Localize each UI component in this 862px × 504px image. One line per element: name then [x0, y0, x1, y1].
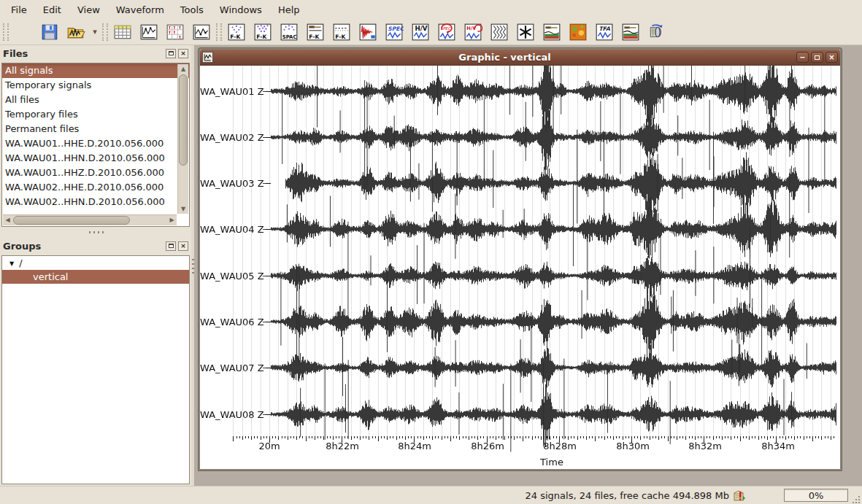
- tfa-button[interactable]: TFA: [593, 21, 615, 43]
- scrollbar-thumb[interactable]: [179, 74, 188, 166]
- groups-close-button[interactable]: ×: [178, 241, 188, 251]
- minimize-button[interactable]: −: [796, 52, 809, 63]
- maximize-button[interactable]: [811, 52, 823, 63]
- svg-text:F-K: F-K: [256, 33, 267, 39]
- files-horizontal-scrollbar[interactable]: ◀ ▶: [3, 214, 177, 225]
- graphic-window-titlebar[interactable]: Graphic - vertical − ×: [200, 50, 840, 66]
- menu-windows[interactable]: Windows: [212, 1, 270, 18]
- spectrogram-map-button[interactable]: [567, 21, 589, 43]
- file-list-item[interactable]: All files: [2, 93, 189, 107]
- menu-help[interactable]: Help: [270, 1, 308, 18]
- file-list-item[interactable]: WA.WAU02..HHE.D.2010.056.000: [2, 180, 189, 195]
- trace-label: WA_WAU02 Z: [200, 131, 271, 144]
- file-list-item[interactable]: Temporary signals: [2, 78, 189, 93]
- open-file-button[interactable]: [12, 21, 34, 43]
- graphic-window-icon: [202, 52, 213, 63]
- graphic-view-button[interactable]: [138, 21, 160, 43]
- scrollbar-thumb[interactable]: [13, 216, 130, 225]
- spac-toolbox-button[interactable]: SPAC: [278, 21, 300, 43]
- files-close-button[interactable]: ×: [178, 49, 188, 58]
- pick-table-button[interactable]: [164, 21, 186, 43]
- signal-processing-button[interactable]: [357, 21, 379, 43]
- menu-view[interactable]: View: [69, 1, 108, 18]
- svg-text:SPEC: SPEC: [388, 25, 404, 31]
- spectrum-rotate-button[interactable]: SPEC: [436, 21, 458, 43]
- signal-table-button[interactable]: [112, 21, 134, 43]
- database-cache-button[interactable]: [646, 21, 668, 43]
- save-button[interactable]: [39, 21, 61, 43]
- waveform-canvas[interactable]: [200, 66, 840, 469]
- fk-toolbox-button[interactable]: F-K: [226, 21, 247, 43]
- progress-value: 0%: [809, 490, 824, 501]
- chevron-down-icon[interactable]: ▾: [89, 21, 101, 43]
- import-signals-button[interactable]: [65, 21, 87, 43]
- profile-button[interactable]: [541, 21, 563, 43]
- fk-linear-passive-button[interactable]: F-K: [331, 21, 353, 43]
- axis-tick-label: 8h28m: [536, 441, 583, 451]
- group-item-vertical[interactable]: vertical: [2, 270, 189, 284]
- dock-splitter[interactable]: [0, 229, 191, 236]
- groups-panel-header: Groups ×: [0, 238, 191, 254]
- toolbar-handle[interactable]: [3, 23, 9, 41]
- groups-panel-title: Groups: [3, 241, 41, 252]
- scroll-left-icon[interactable]: ◀: [3, 215, 12, 225]
- file-list-item[interactable]: WA.WAU01..HHN.D.2010.056.000: [2, 151, 189, 166]
- fk-linear-button[interactable]: F-K: [304, 21, 326, 43]
- left-dock: Files × All signals Temporary signals Al…: [0, 45, 191, 486]
- svg-text:TFA: TFA: [599, 25, 609, 31]
- scroll-right-icon[interactable]: ▶: [167, 215, 177, 225]
- herringbone-icon: [490, 23, 509, 42]
- save-icon: [40, 23, 59, 42]
- toolbar-handle[interactable]: [102, 23, 108, 41]
- graph-icon: [192, 23, 211, 42]
- hv-button[interactable]: H/V: [409, 21, 431, 43]
- file-list-item[interactable]: WA.WAU01..HHE.D.2010.056.000: [2, 136, 189, 151]
- graphic-view-2-button[interactable]: [191, 21, 212, 43]
- array-geometry-button[interactable]: [515, 21, 536, 43]
- menu-edit[interactable]: Edit: [35, 1, 69, 18]
- axis-tick-label: 8h30m: [609, 441, 656, 451]
- menu-file[interactable]: File: [3, 1, 35, 18]
- axis-tick-label: 20m: [246, 441, 293, 451]
- status-message: 24 signals, 24 files, free cache 494.898…: [526, 490, 729, 501]
- axis-tick-label: 8h26m: [464, 441, 511, 451]
- table-icon: [113, 23, 132, 42]
- scroll-down-icon[interactable]: ▼: [178, 204, 188, 214]
- groups-root-item[interactable]: ▼/: [2, 256, 189, 270]
- asterisk-shape-icon: [516, 23, 535, 42]
- files-panel-title: Files: [3, 48, 28, 59]
- file-list-item[interactable]: All signals: [2, 63, 189, 78]
- files-float-button[interactable]: [166, 49, 176, 58]
- axis-tick-label: 8h24m: [391, 441, 438, 451]
- spac-icon: SPAC: [280, 23, 299, 42]
- close-button[interactable]: ×: [826, 52, 838, 63]
- files-vertical-scrollbar[interactable]: ▲ ▼: [177, 64, 188, 214]
- toolbar-handle[interactable]: [216, 23, 222, 41]
- maximize-icon: [815, 55, 820, 60]
- tree-expand-icon[interactable]: ▼: [9, 257, 14, 271]
- trace-label: WA_WAU01 Z: [200, 85, 271, 98]
- file-list-item[interactable]: WA.WAU01..HHZ.D.2010.056.000: [2, 166, 189, 180]
- profile-2-button[interactable]: [620, 21, 642, 43]
- scroll-up-icon[interactable]: ▲: [178, 64, 188, 74]
- spec-rotate-icon: SPEC: [437, 23, 456, 42]
- axis-tick-label: 8h34m: [755, 441, 801, 451]
- hv-rotate-button[interactable]: H/V: [462, 21, 484, 43]
- waveform-plot[interactable]: WA_WAU01 Z WA_WAU02 Z WA_WAU03 Z WA_WAU0…: [200, 66, 840, 469]
- menu-tools[interactable]: Tools: [172, 1, 212, 18]
- file-list-item[interactable]: WA.WAU02..HHN.D.2010.056.000: [2, 195, 189, 209]
- file-list-item[interactable]: Permanent files: [2, 122, 189, 136]
- trace-label: WA_WAU06 Z: [200, 315, 271, 328]
- menu-waveform[interactable]: Waveform: [108, 1, 172, 18]
- trace-label: WA_WAU08 Z: [200, 408, 271, 421]
- menu-bar: File Edit View Waveform Tools Windows He…: [0, 0, 862, 19]
- resize-grip[interactable]: [851, 495, 861, 504]
- file-list-item[interactable]: Temporary files: [2, 107, 189, 122]
- svg-text:F-K: F-K: [335, 33, 346, 39]
- groups-float-button[interactable]: [166, 241, 176, 251]
- spectrum-button[interactable]: SPEC: [383, 21, 405, 43]
- cache-status-icon: [734, 489, 746, 502]
- spec-icon: SPEC: [385, 23, 404, 42]
- array-response-button[interactable]: [488, 21, 510, 43]
- fk-active-button[interactable]: F-K: [252, 21, 274, 43]
